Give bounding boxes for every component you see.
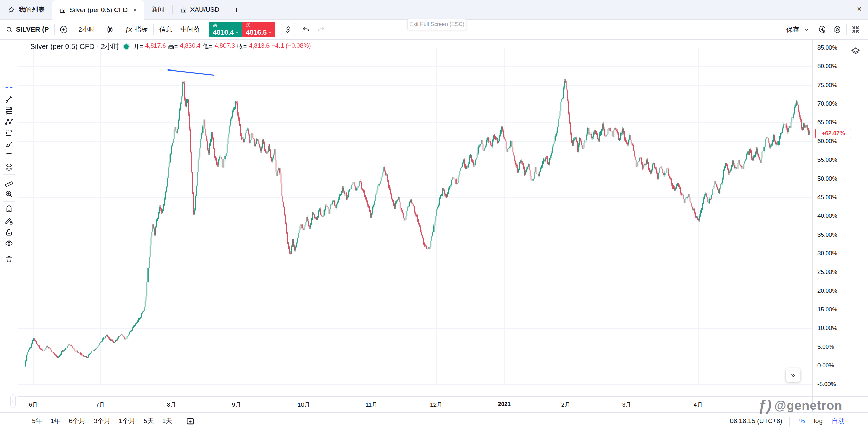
sell-button[interactable]: 卖 4810.4 (209, 22, 242, 37)
buy-button[interactable]: 买 4816.5 (242, 22, 275, 37)
symbol-search-button[interactable]: SILVER (P (0, 22, 53, 37)
chevron-down-icon (804, 27, 809, 32)
tab-label: Silver (per 0.5) CFD (69, 6, 128, 14)
range-button[interactable]: 1天 (159, 415, 175, 427)
range-button[interactable]: 5年 (29, 415, 45, 427)
exit-fullscreen-button[interactable] (848, 22, 863, 37)
toolbar-divider (789, 417, 790, 426)
ohlc-readout: 开=4,817.6 高=4,830.4 低=4,807.3 收=4,813.6 … (133, 42, 311, 51)
save-button[interactable]: 保存 (781, 22, 802, 37)
high-value: 4,830.4 (180, 42, 200, 51)
toolbar-divider (3, 251, 15, 251)
redo-button[interactable] (314, 22, 329, 37)
toolbar-divider (119, 24, 119, 35)
tab-news[interactable]: 新闻 (144, 0, 172, 19)
sidebar-collapse-handle[interactable]: ‹ (10, 394, 16, 408)
quick-alert-button[interactable] (815, 22, 830, 37)
collapse-arrows-icon (851, 25, 860, 34)
magnet-tool[interactable] (3, 204, 14, 215)
candlestick-chart[interactable] (18, 40, 812, 396)
chart-pane[interactable]: Silver (per 0.5) CFD · 2小时 开=4,817.6 高=4… (18, 40, 812, 396)
tab-label: 新闻 (152, 5, 165, 14)
chart-type-candles-button[interactable] (102, 22, 118, 37)
mid-price-label: 中间价 (180, 25, 200, 34)
toolbar-divider (179, 417, 179, 426)
log-scale-button[interactable]: log (811, 416, 825, 426)
lock-all-drawings-tool[interactable] (3, 227, 14, 238)
interval-label: 2小时 (78, 25, 95, 34)
toolbar-divider (297, 24, 297, 35)
close-value: 4,813.6 (249, 42, 270, 51)
range-button[interactable]: 6个月 (66, 415, 89, 427)
chart-bars-icon (180, 6, 187, 13)
range-button[interactable]: 3个月 (91, 415, 114, 427)
crosshair-tool[interactable] (3, 82, 14, 93)
price-tick: 10.00% (817, 325, 837, 332)
time-tick: 7月 (96, 401, 105, 409)
auto-scale-button[interactable]: 自动 (829, 416, 847, 427)
drawing-toolbar (0, 40, 18, 412)
link-button[interactable] (281, 23, 295, 36)
clock[interactable]: 08:18:15 (UTC+8) (730, 417, 782, 425)
link-icon (284, 26, 292, 33)
save-label: 保存 (786, 25, 799, 34)
hide-all-drawings-tool[interactable] (3, 238, 14, 249)
time-axis[interactable]: 6月7月8月9月10月11月12月20212月3月4月 (18, 396, 812, 412)
settings-button[interactable] (830, 22, 845, 37)
tab-xauusd[interactable]: XAU/USD (173, 0, 227, 19)
indicators-button[interactable]: ƒx 指标 (121, 22, 152, 37)
range-button[interactable]: 5天 (141, 415, 157, 427)
fib-retracement-tool[interactable] (3, 105, 14, 116)
measure-tool[interactable] (3, 177, 14, 188)
tab-bar: 我的列表 Silver (per 0.5) CFD × 新闻 XAU/USD +… (0, 0, 868, 20)
mid-price-button[interactable]: 中间价 (176, 22, 204, 37)
search-icon (6, 26, 13, 33)
time-tick: 3月 (622, 401, 631, 409)
fx-icon: ƒx (125, 25, 132, 33)
price-tick: 5.00% (817, 344, 834, 351)
sell-price: 4810.4 (213, 29, 234, 36)
brush-tool[interactable] (3, 139, 14, 150)
trend-line-tool[interactable] (3, 94, 14, 105)
chevron-down-icon (235, 30, 239, 34)
expand-panel-button[interactable]: » (786, 368, 800, 382)
bottom-toolbar: 5年1年6个月3个月1个月5天1天 08:18:15 (UTC+8) % log… (0, 412, 868, 429)
zoom-in-tool[interactable] (3, 189, 14, 200)
percent-scale-button[interactable]: % (796, 416, 808, 426)
undo-button[interactable] (298, 22, 314, 37)
market-status-dot[interactable] (124, 44, 129, 49)
watchlist-button[interactable]: 我的列表 (0, 0, 52, 19)
projection-tool[interactable] (3, 128, 14, 139)
price-tick: 60.00% (817, 138, 837, 145)
info-button[interactable]: 信息 (155, 22, 176, 37)
compare-add-symbol-button[interactable] (56, 22, 71, 37)
text-tool[interactable] (3, 150, 14, 161)
time-tick: 4月 (694, 401, 703, 409)
save-menu-button[interactable] (802, 22, 812, 37)
tab-silver-cfd[interactable]: Silver (per 0.5) CFD × (52, 0, 144, 20)
date-range-buttons: 5年1年6个月3个月1个月5天1天 (29, 415, 175, 427)
lightning-alert-icon (818, 25, 827, 34)
layers-icon[interactable] (850, 46, 861, 57)
add-tab-button[interactable]: + (227, 0, 246, 19)
remove-drawings-tool[interactable] (3, 254, 14, 265)
legend-symbol-title[interactable]: Silver (per 0.5) CFD · 2小时 (30, 42, 119, 51)
go-to-date-button[interactable] (183, 414, 198, 429)
interval-button[interactable]: 2小时 (74, 22, 99, 37)
pattern-tool[interactable] (3, 116, 14, 127)
range-button[interactable]: 1个月 (116, 415, 139, 427)
tab-label: XAU/USD (190, 6, 219, 13)
time-tick: 2月 (561, 401, 570, 409)
emoji-tool[interactable] (3, 162, 14, 173)
tab-close-icon[interactable]: × (133, 6, 137, 14)
buy-price: 4816.5 (246, 29, 267, 36)
drawing-mode-lock-tool[interactable] (3, 215, 14, 226)
range-button[interactable]: 1年 (47, 415, 64, 427)
open-value: 4,817.6 (145, 42, 166, 51)
price-tick: 80.00% (817, 63, 837, 70)
toolbar-divider (54, 24, 55, 35)
price-axis[interactable]: 85.00%80.00%75.00%70.00%65.00%60.00%55.0… (812, 40, 868, 396)
chart-bars-icon (59, 7, 66, 13)
exit-fullscreen-tooltip: Exit Full Screen (ESC) (407, 19, 466, 30)
window-close-button[interactable]: × (857, 4, 862, 14)
